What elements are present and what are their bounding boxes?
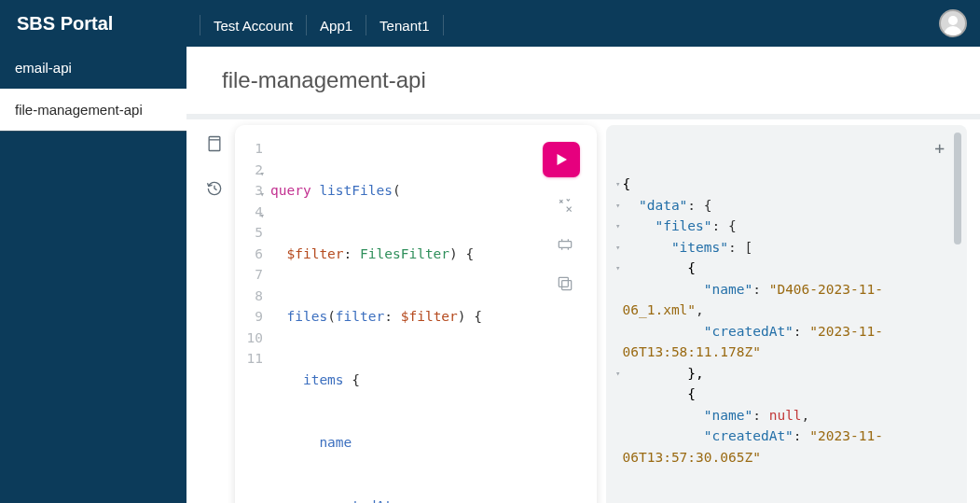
svg-rect-5 <box>559 277 568 286</box>
line-number: 8 <box>241 286 263 307</box>
result-json[interactable]: ▾▾▾▾▾▾ { "data": { "files": { "items": [… <box>608 138 959 468</box>
add-tab-icon[interactable]: + <box>934 138 945 160</box>
brand-title[interactable]: SBS Portal <box>17 13 186 35</box>
breadcrumb-item-tenant[interactable]: Tenant1 <box>380 18 429 34</box>
run-query-button[interactable] <box>543 142 580 177</box>
prettify-icon[interactable] <box>556 196 576 217</box>
svg-rect-3 <box>559 242 571 248</box>
user-avatar[interactable] <box>939 9 967 37</box>
line-number: 11 <box>241 348 263 370</box>
sidebar: email-api file-management-api Settings <box>0 47 186 503</box>
page-title: file-management-api <box>222 67 980 93</box>
header: SBS Portal Test Account App1 Tenant1 <box>0 0 980 47</box>
breadcrumb-item-app[interactable]: App1 <box>320 18 352 34</box>
scrollbar[interactable] <box>954 133 963 478</box>
result-panel: + ▾▾▾▾▾▾ { "data": { "files": { "items":… <box>606 125 968 503</box>
divider <box>306 15 307 35</box>
svg-rect-4 <box>561 281 571 290</box>
line-number: 2 <box>241 160 263 181</box>
editor-side-tools <box>556 196 576 295</box>
divider <box>0 131 186 132</box>
merge-icon[interactable] <box>556 235 576 256</box>
page-title-bar: file-management-api <box>186 47 980 114</box>
copy-icon[interactable] <box>556 274 576 295</box>
breadcrumb-item-account[interactable]: Test Account <box>214 18 293 34</box>
json-fold-gutter: ▾▾▾▾▾▾ <box>608 174 623 468</box>
line-number: 9 <box>241 306 263 328</box>
breadcrumbs: Test Account App1 Tenant1 <box>186 11 457 35</box>
line-number: 10 <box>241 328 263 349</box>
main: file-management-api <box>186 47 980 503</box>
line-number: 4 <box>241 202 263 223</box>
svg-rect-0 <box>209 137 220 151</box>
query-editor-panel: 1 2 3 4 5 6 7 8 9 10 11 <box>235 125 597 503</box>
sidebar-item-email-api[interactable]: email-api <box>0 47 186 89</box>
sidebar-item-file-management-api[interactable]: file-management-api <box>0 89 186 131</box>
divider <box>443 15 444 35</box>
docs-icon[interactable] <box>203 133 226 155</box>
line-number: 3 <box>241 180 263 202</box>
code-lines[interactable]: query listFiles( $filter: FilesFilter) {… <box>270 138 587 503</box>
left-toolstrip <box>194 125 235 503</box>
divider <box>366 15 366 35</box>
line-number: 7 <box>241 264 263 286</box>
line-number: 5 <box>241 222 263 244</box>
line-number: 1 <box>241 138 263 160</box>
playground: 1 2 3 4 5 6 7 8 9 10 11 <box>186 119 980 503</box>
history-icon[interactable] <box>203 177 226 200</box>
divider <box>200 15 200 35</box>
line-number: 6 <box>241 244 263 265</box>
query-editor[interactable]: 1 2 3 4 5 6 7 8 9 10 11 <box>235 125 597 503</box>
line-gutter: 1 2 3 4 5 6 7 8 9 10 11 <box>241 138 270 503</box>
